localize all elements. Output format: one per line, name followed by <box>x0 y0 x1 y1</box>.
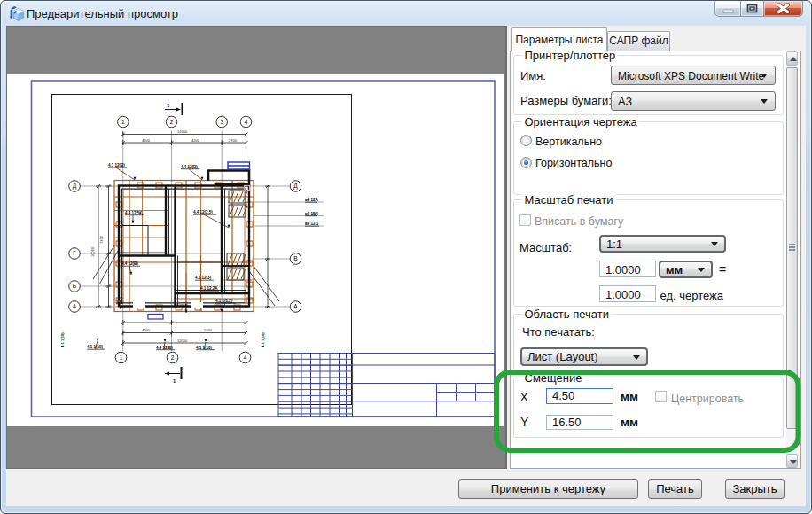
svg-text:4.4 12(2.5): 4.4 12(2.5) <box>193 210 213 214</box>
svg-text:10000: 10000 <box>90 246 95 257</box>
svg-text:4200: 4200 <box>142 138 151 143</box>
svg-text:4: 4 <box>245 119 248 125</box>
svg-text:Д: Д <box>73 183 77 190</box>
svg-text:В: В <box>293 255 297 261</box>
svg-text:4.1 12.2А: 4.1 12.2А <box>200 286 218 291</box>
svg-text:4.4 12(В): 4.4 12(В) <box>121 261 138 266</box>
svg-text:в4 1Б4: в4 1Б4 <box>305 212 318 216</box>
svg-text:2700: 2700 <box>229 138 238 143</box>
svg-text:А: А <box>293 303 298 309</box>
svg-text:А: А <box>73 303 77 309</box>
svg-text:в4 12А: в4 12А <box>305 198 319 202</box>
svg-text:Б: Б <box>73 283 76 289</box>
svg-text:12000: 12000 <box>177 129 188 134</box>
svg-text:1: 1 <box>120 354 123 361</box>
svg-text:12000: 12000 <box>177 339 188 343</box>
svg-text:4.1 1(10): 4.1 1(10) <box>60 332 65 347</box>
svg-text:3: 3 <box>220 119 223 125</box>
svg-text:4.1 1(1.2): 4.1 1(1.2) <box>215 299 233 303</box>
svg-text:2: 2 <box>171 354 175 361</box>
svg-text:2: 2 <box>170 119 174 125</box>
svg-text:1(В): 1(В) <box>116 300 123 304</box>
svg-text:1(2): 1(2) <box>182 304 188 308</box>
svg-text:4.4 12.5К: 4.4 12.5К <box>125 211 142 215</box>
svg-text:в4 12.1: в4 12.1 <box>305 222 319 226</box>
svg-text:4: 4 <box>244 354 247 361</box>
svg-text:4200: 4200 <box>142 328 151 332</box>
svg-text:4.1 12(3): 4.1 12(3) <box>195 276 212 280</box>
svg-text:4.4 12(В): 4.4 12(В) <box>181 165 198 169</box>
svg-text:7200: 7200 <box>99 235 104 244</box>
svg-text:4.1 12(В): 4.1 12(В) <box>108 163 125 167</box>
svg-text:1: 1 <box>121 119 125 125</box>
svg-text:5300: 5300 <box>204 328 213 332</box>
svg-text:4200: 4200 <box>191 138 200 143</box>
svg-text:4.1 1(10): 4.1 1(10) <box>261 332 265 347</box>
svg-text:Г: Г <box>73 250 76 256</box>
svg-text:Д: Д <box>293 183 298 190</box>
